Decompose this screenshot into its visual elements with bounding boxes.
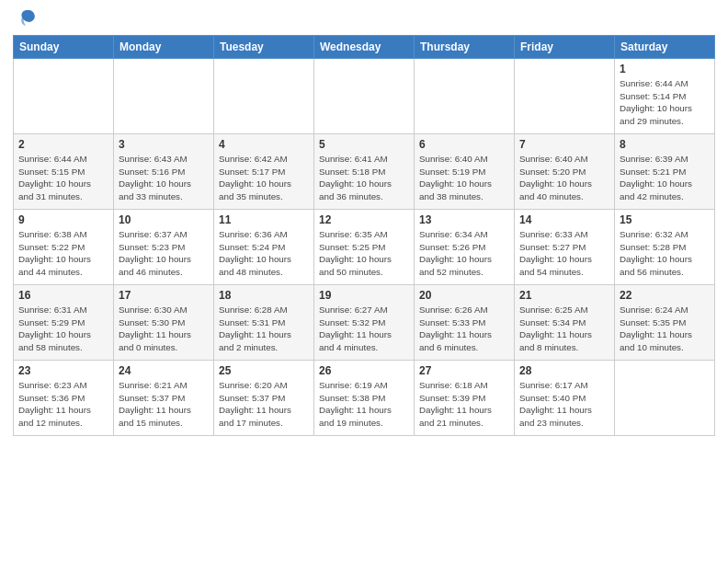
day-info: Sunrise: 6:18 AM Sunset: 5:39 PM Dayligh… xyxy=(419,379,509,430)
calendar-cell: 25Sunrise: 6:20 AM Sunset: 5:37 PM Dayli… xyxy=(214,361,314,436)
calendar-cell xyxy=(415,59,515,134)
calendar-cell: 2Sunrise: 6:44 AM Sunset: 5:15 PM Daylig… xyxy=(14,134,114,210)
day-info: Sunrise: 6:31 AM Sunset: 5:29 PM Dayligh… xyxy=(18,304,108,354)
day-number: 5 xyxy=(319,138,409,151)
calendar-cell: 7Sunrise: 6:40 AM Sunset: 5:20 PM Daylig… xyxy=(515,134,615,210)
calendar-week-4: 16Sunrise: 6:31 AM Sunset: 5:29 PM Dayli… xyxy=(14,285,715,361)
weekday-header-friday: Friday xyxy=(515,36,615,59)
day-number: 14 xyxy=(519,213,609,226)
day-info: Sunrise: 6:43 AM Sunset: 5:16 PM Dayligh… xyxy=(119,153,209,203)
day-number: 20 xyxy=(419,289,509,302)
day-info: Sunrise: 6:41 AM Sunset: 5:18 PM Dayligh… xyxy=(319,153,409,203)
day-info: Sunrise: 6:37 AM Sunset: 5:23 PM Dayligh… xyxy=(119,228,209,279)
day-info: Sunrise: 6:42 AM Sunset: 5:17 PM Dayligh… xyxy=(219,153,309,203)
day-info: Sunrise: 6:27 AM Sunset: 5:32 PM Dayligh… xyxy=(319,304,409,354)
page-container: SundayMondayTuesdayWednesdayThursdayFrid… xyxy=(0,0,728,443)
day-number: 18 xyxy=(219,289,309,302)
calendar-cell: 9Sunrise: 6:38 AM Sunset: 5:22 PM Daylig… xyxy=(14,210,114,285)
weekday-header-sunday: Sunday xyxy=(14,36,114,59)
day-number: 24 xyxy=(119,364,209,377)
day-info: Sunrise: 6:40 AM Sunset: 5:20 PM Dayligh… xyxy=(519,153,609,203)
calendar-cell xyxy=(515,59,615,134)
day-number: 27 xyxy=(419,364,509,377)
day-info: Sunrise: 6:23 AM Sunset: 5:36 PM Dayligh… xyxy=(18,379,108,430)
day-info: Sunrise: 6:35 AM Sunset: 5:25 PM Dayligh… xyxy=(319,228,409,279)
calendar-cell: 14Sunrise: 6:33 AM Sunset: 5:27 PM Dayli… xyxy=(515,210,615,285)
calendar-cell: 26Sunrise: 6:19 AM Sunset: 5:38 PM Dayli… xyxy=(314,361,415,436)
day-info: Sunrise: 6:34 AM Sunset: 5:26 PM Dayligh… xyxy=(419,228,509,279)
calendar-week-3: 9Sunrise: 6:38 AM Sunset: 5:22 PM Daylig… xyxy=(14,210,715,285)
day-info: Sunrise: 6:44 AM Sunset: 5:15 PM Dayligh… xyxy=(18,153,108,203)
weekday-header-monday: Monday xyxy=(114,36,214,59)
calendar-cell: 17Sunrise: 6:30 AM Sunset: 5:30 PM Dayli… xyxy=(114,285,214,361)
day-number: 4 xyxy=(219,138,309,151)
calendar-cell xyxy=(314,59,415,134)
day-info: Sunrise: 6:17 AM Sunset: 5:40 PM Dayligh… xyxy=(519,379,609,430)
calendar-cell: 15Sunrise: 6:32 AM Sunset: 5:28 PM Dayli… xyxy=(615,210,715,285)
day-number: 15 xyxy=(620,213,710,226)
calendar-cell xyxy=(114,59,214,134)
weekday-header-row: SundayMondayTuesdayWednesdayThursdayFrid… xyxy=(14,36,715,59)
day-info: Sunrise: 6:33 AM Sunset: 5:27 PM Dayligh… xyxy=(519,228,609,279)
day-info: Sunrise: 6:39 AM Sunset: 5:21 PM Dayligh… xyxy=(620,153,710,203)
day-number: 12 xyxy=(319,213,409,226)
calendar-cell: 3Sunrise: 6:43 AM Sunset: 5:16 PM Daylig… xyxy=(114,134,214,210)
calendar-cell: 1Sunrise: 6:44 AM Sunset: 5:14 PM Daylig… xyxy=(615,59,715,134)
day-number: 6 xyxy=(419,138,509,151)
calendar-cell: 21Sunrise: 6:25 AM Sunset: 5:34 PM Dayli… xyxy=(515,285,615,361)
day-number: 19 xyxy=(319,289,409,302)
day-number: 1 xyxy=(620,63,710,75)
calendar-cell xyxy=(14,59,114,134)
day-info: Sunrise: 6:36 AM Sunset: 5:24 PM Dayligh… xyxy=(219,228,309,279)
calendar-cell: 22Sunrise: 6:24 AM Sunset: 5:35 PM Dayli… xyxy=(615,285,715,361)
day-info: Sunrise: 6:40 AM Sunset: 5:19 PM Dayligh… xyxy=(419,153,509,203)
calendar-cell: 27Sunrise: 6:18 AM Sunset: 5:39 PM Dayli… xyxy=(415,361,515,436)
day-number: 11 xyxy=(219,213,309,226)
calendar-cell: 8Sunrise: 6:39 AM Sunset: 5:21 PM Daylig… xyxy=(615,134,715,210)
calendar-week-2: 2Sunrise: 6:44 AM Sunset: 5:15 PM Daylig… xyxy=(14,134,715,210)
weekday-header-thursday: Thursday xyxy=(415,36,515,59)
day-number: 28 xyxy=(519,364,609,377)
day-number: 25 xyxy=(219,364,309,377)
day-info: Sunrise: 6:25 AM Sunset: 5:34 PM Dayligh… xyxy=(519,304,609,354)
calendar-table: SundayMondayTuesdayWednesdayThursdayFrid… xyxy=(13,35,715,436)
day-info: Sunrise: 6:19 AM Sunset: 5:38 PM Dayligh… xyxy=(319,379,409,430)
day-info: Sunrise: 6:38 AM Sunset: 5:22 PM Dayligh… xyxy=(18,228,108,279)
header-row xyxy=(13,9,715,31)
day-info: Sunrise: 6:21 AM Sunset: 5:37 PM Dayligh… xyxy=(119,379,209,430)
calendar-cell: 10Sunrise: 6:37 AM Sunset: 5:23 PM Dayli… xyxy=(114,210,214,285)
calendar-cell: 20Sunrise: 6:26 AM Sunset: 5:33 PM Dayli… xyxy=(415,285,515,361)
calendar-week-1: 1Sunrise: 6:44 AM Sunset: 5:14 PM Daylig… xyxy=(14,59,715,134)
calendar-cell: 13Sunrise: 6:34 AM Sunset: 5:26 PM Dayli… xyxy=(415,210,515,285)
day-number: 2 xyxy=(18,138,108,151)
day-info: Sunrise: 6:24 AM Sunset: 5:35 PM Dayligh… xyxy=(620,304,710,354)
day-number: 10 xyxy=(119,213,209,226)
logo xyxy=(13,9,37,31)
day-number: 16 xyxy=(18,289,108,302)
day-number: 3 xyxy=(119,138,209,151)
calendar-week-5: 23Sunrise: 6:23 AM Sunset: 5:36 PM Dayli… xyxy=(14,361,715,436)
day-info: Sunrise: 6:30 AM Sunset: 5:30 PM Dayligh… xyxy=(119,304,209,354)
day-number: 26 xyxy=(319,364,409,377)
weekday-header-tuesday: Tuesday xyxy=(214,36,314,59)
day-number: 23 xyxy=(18,364,108,377)
day-number: 22 xyxy=(620,289,710,302)
day-number: 9 xyxy=(18,213,108,226)
day-number: 8 xyxy=(620,138,710,151)
calendar-cell: 16Sunrise: 6:31 AM Sunset: 5:29 PM Dayli… xyxy=(14,285,114,361)
calendar-cell: 11Sunrise: 6:36 AM Sunset: 5:24 PM Dayli… xyxy=(214,210,314,285)
day-info: Sunrise: 6:32 AM Sunset: 5:28 PM Dayligh… xyxy=(620,228,710,279)
day-info: Sunrise: 6:20 AM Sunset: 5:37 PM Dayligh… xyxy=(219,379,309,430)
day-info: Sunrise: 6:28 AM Sunset: 5:31 PM Dayligh… xyxy=(219,304,309,354)
calendar-cell xyxy=(615,361,715,436)
day-number: 17 xyxy=(119,289,209,302)
calendar-cell: 5Sunrise: 6:41 AM Sunset: 5:18 PM Daylig… xyxy=(314,134,415,210)
calendar-cell: 18Sunrise: 6:28 AM Sunset: 5:31 PM Dayli… xyxy=(214,285,314,361)
weekday-header-wednesday: Wednesday xyxy=(314,36,415,59)
calendar-cell: 28Sunrise: 6:17 AM Sunset: 5:40 PM Dayli… xyxy=(515,361,615,436)
logo-icon xyxy=(17,7,37,31)
calendar-cell: 19Sunrise: 6:27 AM Sunset: 5:32 PM Dayli… xyxy=(314,285,415,361)
day-info: Sunrise: 6:44 AM Sunset: 5:14 PM Dayligh… xyxy=(620,77,710,128)
day-number: 13 xyxy=(419,213,509,226)
calendar-cell: 23Sunrise: 6:23 AM Sunset: 5:36 PM Dayli… xyxy=(14,361,114,436)
